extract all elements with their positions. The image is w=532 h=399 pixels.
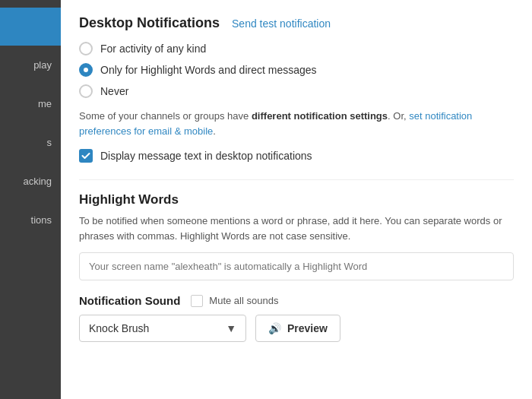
radio-circle-any-kind	[79, 42, 93, 55]
radio-circle-highlight-words	[79, 63, 93, 77]
sidebar-item-play[interactable]: play	[0, 46, 61, 84]
display-message-label: Display message text in desktop notifica…	[100, 150, 312, 162]
highlight-words-title: Highlight Words	[79, 192, 514, 207]
main-content: Desktop Notifications Send test notifica…	[61, 0, 532, 399]
notification-radio-group: For activity of any kind Only for Highli…	[79, 42, 514, 98]
radio-option-never[interactable]: Never	[79, 84, 514, 98]
display-message-text-row: Display message text in desktop notifica…	[79, 149, 514, 163]
sidebar: play me s acking tions	[0, 0, 61, 399]
notice-prefix: Some of your channels or groups have	[79, 110, 252, 122]
sidebar-top-bar	[0, 8, 61, 46]
sound-select-dropdown[interactable]: Knock Brush ▼	[79, 315, 246, 342]
radio-label-never: Never	[100, 85, 128, 97]
preview-label: Preview	[287, 322, 328, 334]
sound-controls: Knock Brush ▼ 🔊 Preview	[79, 315, 514, 342]
mute-sounds-checkbox[interactable]	[191, 295, 203, 307]
highlight-words-section: Highlight Words To be notified when some…	[79, 192, 514, 280]
speaker-icon: 🔊	[268, 322, 281, 334]
section-title: Desktop Notifications	[79, 15, 220, 31]
chevron-down-icon: ▼	[226, 322, 236, 334]
notice-end: .	[213, 125, 216, 137]
sidebar-item-me[interactable]: me	[0, 84, 61, 123]
sidebar-item-s[interactable]: s	[0, 123, 61, 162]
mute-checkbox-row: Mute all sounds	[191, 295, 278, 307]
radio-circle-never	[79, 84, 93, 98]
display-message-checkbox[interactable]	[79, 149, 93, 163]
highlight-words-input[interactable]	[79, 252, 514, 280]
notice-bold: different notification settings	[252, 110, 388, 122]
radio-option-any-kind[interactable]: For activity of any kind	[79, 42, 514, 55]
section-divider	[79, 179, 514, 180]
selected-sound-label: Knock Brush	[89, 322, 149, 334]
preview-button[interactable]: 🔊 Preview	[255, 315, 340, 342]
notification-notice: Some of your channels or groups have dif…	[79, 109, 514, 138]
radio-label-any-kind: For activity of any kind	[100, 43, 206, 55]
section-header: Desktop Notifications Send test notifica…	[79, 15, 514, 31]
notification-sound-title: Notification Sound	[79, 294, 180, 307]
mute-sounds-label: Mute all sounds	[209, 295, 278, 306]
radio-label-highlight-words: Only for Highlight Words and direct mess…	[100, 64, 317, 76]
checkmark-icon	[81, 151, 90, 160]
notice-after: . Or,	[388, 110, 409, 122]
notification-sound-section: Notification Sound Mute all sounds Knock…	[79, 294, 514, 342]
sidebar-item-tions[interactable]: tions	[0, 201, 61, 239]
send-test-notification-link[interactable]: Send test notification	[232, 17, 331, 30]
sidebar-item-acking[interactable]: acking	[0, 162, 61, 201]
radio-option-highlight-words[interactable]: Only for Highlight Words and direct mess…	[79, 63, 514, 77]
highlight-words-description: To be notified when someone mentions a w…	[79, 214, 514, 243]
sound-header: Notification Sound Mute all sounds	[79, 294, 514, 307]
